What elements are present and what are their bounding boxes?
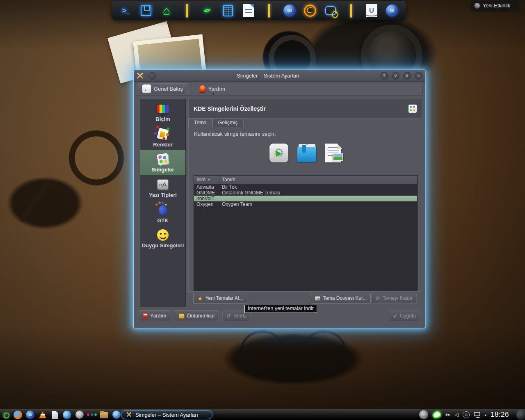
close-window-button[interactable]: × <box>415 72 422 80</box>
toolbar-help-label: Yardım <box>208 86 225 92</box>
install-icon <box>315 296 320 301</box>
shade-window-button[interactable]: ∨ <box>392 72 399 80</box>
libreoffice-launcher-icon[interactable] <box>50 411 59 419</box>
pin-button[interactable] <box>148 72 156 80</box>
sidebar-item-duygu-simgeleri[interactable]: Duygu Simgeleri <box>140 226 185 251</box>
device-notifier-icon[interactable]: ψ <box>463 411 470 418</box>
system-settings-window: Simgeler – Sistem Ayarları ? ∨ ∧ × ← Gen… <box>133 70 425 328</box>
quill-pen-icon[interactable]: ✒ <box>199 1 216 20</box>
vlc-launcher-icon[interactable] <box>38 411 47 419</box>
table-row[interactable]: GNOME Öntanımlı GNOME Teması <box>194 190 417 196</box>
toolbar-help-button[interactable]: Yardım ▾ <box>195 83 229 94</box>
home-icon[interactable]: ⌂ <box>159 3 174 18</box>
new-activity-button[interactable]: Yeni Etkinlik <box>471 1 518 11</box>
toolbar-separator <box>192 84 192 94</box>
plasma-cashew-icon[interactable] <box>516 410 525 420</box>
thunderbird-launcher-icon[interactable]: ✉ <box>26 411 34 419</box>
firefox-launcher-icon[interactable] <box>14 411 22 419</box>
module-sidebar: Biçim Renkler Simgeler aA Yazı Tipleri G… <box>140 99 186 307</box>
activity-orb-icon <box>474 3 480 9</box>
preview-app-icon: ⚙ ▶ <box>269 144 288 162</box>
table-row-selected[interactable]: ironVolT <box>194 196 417 201</box>
task-tools-icon <box>126 412 132 418</box>
preview-document-icon <box>325 144 341 162</box>
theme-table[interactable]: İsim ▾ Tanım Adwaita Bir Tek GNOME Öntan… <box>194 175 418 291</box>
theme-preview-row: ⚙ ▶ <box>189 144 422 162</box>
column-header-isim[interactable]: İsim ▾ <box>194 176 219 184</box>
install-theme-file-button[interactable]: Tema Dosyası Kur... <box>311 293 371 304</box>
klipper-scissors-icon[interactable]: ✂ <box>445 412 451 418</box>
display-tray-icon[interactable] <box>474 412 480 416</box>
overview-label: Genel Bakış <box>154 86 183 92</box>
tray-clipboard-icon[interactable] <box>431 410 442 420</box>
tab-bar: Tema Gelişmiş <box>188 119 244 127</box>
sidebar-item-gtk[interactable]: GTK <box>140 201 185 226</box>
tab-gelismis[interactable]: Gelişmiş <box>212 119 244 127</box>
network-sphere-icon[interactable] <box>112 411 121 419</box>
select-theme-label: Kullanılacak simge temasını seçin: <box>194 131 276 137</box>
calculator-icon[interactable] <box>221 3 235 18</box>
folder-launcher-icon[interactable] <box>100 411 108 419</box>
tray-app-icon[interactable] <box>419 410 428 419</box>
module-title: KDE Simgelerini Özelleştir <box>194 105 409 112</box>
module-mini-icon <box>409 105 417 113</box>
tab-tema[interactable]: Tema <box>188 119 212 127</box>
wallpaper-glasses-bridge <box>284 334 303 339</box>
writer-document-icon[interactable] <box>241 3 256 18</box>
table-row[interactable]: Oxygen Oxygen Team <box>194 201 417 207</box>
chevron-down-icon: ▾ <box>212 92 214 96</box>
table-row[interactable]: Adwaita Bir Tek <box>194 184 417 190</box>
get-new-themes-button[interactable]: ★ Yeni Temalar Al... <box>193 293 247 304</box>
overview-back-button[interactable]: ← Genel Bakış <box>138 83 187 94</box>
sidebar-item-simgeler[interactable]: Simgeler <box>140 150 185 175</box>
icons-icon <box>156 153 170 166</box>
back-arrow-icon: ← <box>142 84 151 93</box>
check-icon: ✔ <box>393 313 397 319</box>
emoticon-smiley-icon <box>156 228 170 242</box>
help-button[interactable]: Yardım <box>139 310 170 321</box>
apply-button: ✔ Uygula <box>389 310 420 321</box>
volume-muted-icon[interactable]: ◁ <box>455 412 459 417</box>
preview-folder-icon <box>297 146 316 162</box>
colors-icon <box>156 128 170 141</box>
window-title: Simgeler – Sistem Ayarları <box>156 73 380 79</box>
defaults-button[interactable]: Öntanımlılar <box>175 310 219 321</box>
color-dots-icon[interactable] <box>87 411 96 419</box>
sidebar-item-yazi-tipleri[interactable]: aA Yazı Tipleri <box>140 175 185 201</box>
titlebar[interactable]: Simgeler – Sistem Ayarları ? ∨ ∧ × <box>134 70 425 82</box>
column-header-tanim[interactable]: Tanım <box>219 176 238 184</box>
thunderbird-icon[interactable]: ✉ <box>385 3 399 18</box>
messenger-icon[interactable] <box>323 3 338 18</box>
globe-launcher-icon[interactable] <box>75 411 84 419</box>
konqueror-launcher-icon[interactable] <box>63 411 71 419</box>
floppy-disk-icon[interactable] <box>139 3 153 18</box>
play-icon: ▶ <box>276 148 282 158</box>
sidebar-item-renkler[interactable]: Renkler <box>140 125 185 150</box>
terminal-icon[interactable]: >_ <box>118 3 133 18</box>
sidebar-item-bicim[interactable]: Biçim <box>140 99 185 125</box>
tray-expand-icon[interactable]: ▴ <box>484 413 486 417</box>
help-book-icon <box>143 313 148 319</box>
star-icon: ★ <box>197 295 203 301</box>
thunderbird-icon[interactable]: ✉ <box>282 3 297 18</box>
system-tray: ✂ ◁ ψ ▴ 18:26 <box>419 409 525 420</box>
gtk-foot-icon <box>156 203 170 217</box>
audio-indicator-icon[interactable] <box>1 411 10 419</box>
remove-theme-button: ⊘ Temayı Kaldır <box>371 293 417 304</box>
module-main-panel: KDE Simgelerini Özelleştir Tema Gelişmiş… <box>188 99 422 307</box>
keep-above-window-button[interactable]: ∧ <box>403 72 411 80</box>
clock[interactable]: 18:26 <box>491 411 509 419</box>
fonts-icon: aA <box>156 178 170 191</box>
module-header: KDE Simgelerini Özelleştir <box>188 99 422 119</box>
taskbar-task-button[interactable]: Simgeler – Sistem Ayarları <box>121 410 212 419</box>
document-viewer-icon[interactable]: U <box>364 3 379 18</box>
top-dock: >_ ⌂ ✒ ✉ U ✉ <box>112 1 406 20</box>
help-siren-icon <box>199 85 205 92</box>
task-button-label: Simgeler – Sistem Ayarları <box>135 412 198 418</box>
wallpaper-glasses-lens <box>240 330 285 373</box>
table-header: İsim ▾ Tanım <box>194 176 417 184</box>
help-window-button[interactable]: ? <box>380 72 388 80</box>
firefox-icon[interactable] <box>303 3 317 18</box>
dock-separator <box>262 3 276 18</box>
wallpaper-glasses-lens <box>301 330 347 373</box>
